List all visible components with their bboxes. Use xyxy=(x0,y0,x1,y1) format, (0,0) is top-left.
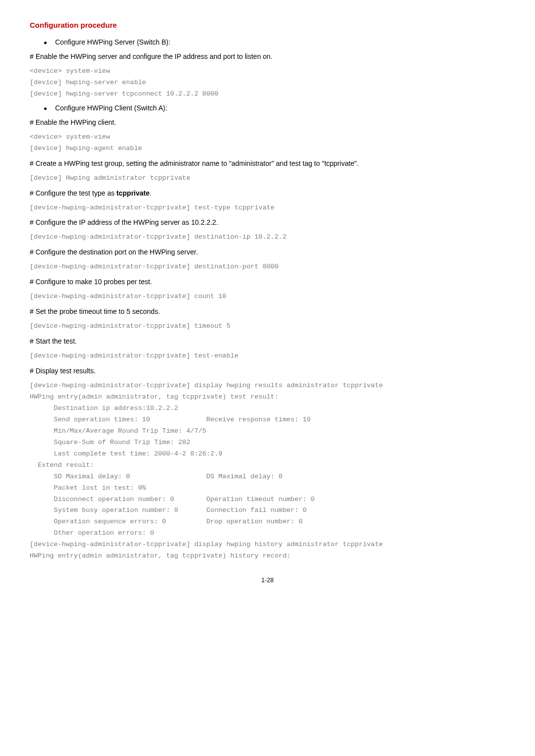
step-start-test: # Start the test. xyxy=(30,336,505,347)
step-test-type-post: . xyxy=(150,189,152,197)
code-test-type: [device-hwping-administrator-tcpprivate]… xyxy=(30,202,505,214)
code-dest-port: [device-hwping-administrator-tcpprivate]… xyxy=(30,261,505,273)
step-dest-ip: # Configure the IP address of the HWPing… xyxy=(30,217,505,228)
bullet-client: ● Configure HWPing Client (Switch A): xyxy=(44,103,505,113)
code-timeout: [device-hwping-administrator-tcpprivate]… xyxy=(30,321,505,332)
code-server-config: <device> system-view [device] hwping-ser… xyxy=(30,66,505,100)
step-count: # Configure to make 10 probes per test. xyxy=(30,277,505,287)
code-create-group: [device] Hwping administrator tcpprivate xyxy=(30,173,505,184)
code-start-test: [device-hwping-administrator-tcpprivate]… xyxy=(30,351,505,362)
step-create-group: # Create a HWPing test group, setting th… xyxy=(30,158,505,169)
bullet-server: ● Configure HWPing Server (Switch B): xyxy=(44,37,505,48)
step-enable-server: # Enable the HWPing server and configure… xyxy=(30,51,505,62)
bullet-dot-icon: ● xyxy=(44,38,47,48)
bullet-client-text: Configure HWPing Client (Switch A): xyxy=(55,103,167,113)
code-client-enable: <device> system-view [device] hwping-age… xyxy=(30,132,505,154)
step-test-type-bold: tcpprivate xyxy=(116,189,150,197)
code-display-results: [device-hwping-administrator-tcpprivate]… xyxy=(30,380,505,562)
step-dest-port: # Configure the destination port on the … xyxy=(30,247,505,257)
step-enable-client: # Enable the HWPing client. xyxy=(30,117,505,128)
step-test-type-pre: # Configure the test type as xyxy=(30,189,116,197)
bullet-dot-icon: ● xyxy=(44,104,47,113)
page-number: 1-28 xyxy=(30,576,505,585)
section-heading: Configuration procedure xyxy=(30,20,505,31)
step-timeout: # Set the probe timeout time to 5 second… xyxy=(30,306,505,317)
code-count: [device-hwping-administrator-tcpprivate]… xyxy=(30,291,505,302)
bullet-server-text: Configure HWPing Server (Switch B): xyxy=(55,37,170,48)
code-dest-ip: [device-hwping-administrator-tcpprivate]… xyxy=(30,232,505,243)
step-test-type: # Configure the test type as tcpprivate. xyxy=(30,188,505,199)
step-display-results: # Display test results. xyxy=(30,366,505,376)
